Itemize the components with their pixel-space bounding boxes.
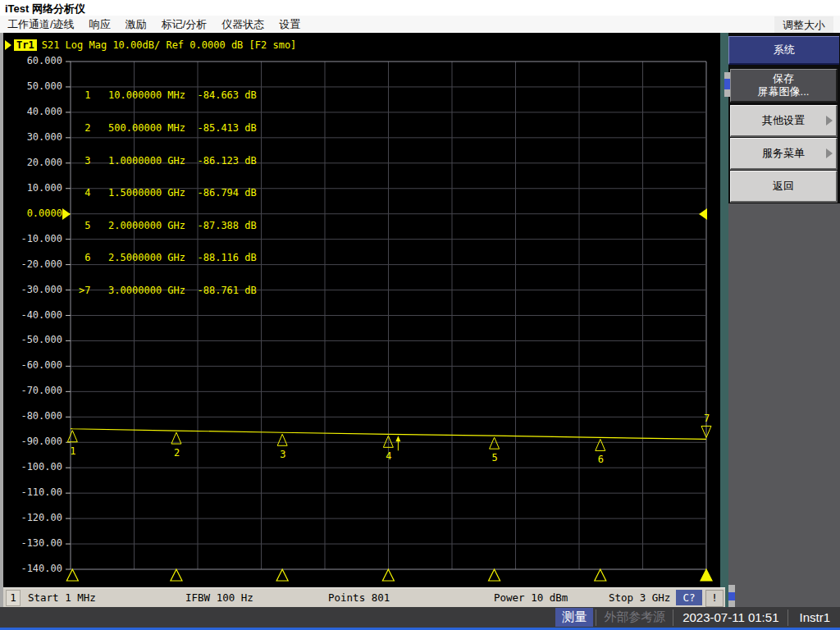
- active-trace-arrow-icon: [5, 40, 11, 50]
- axis-marker-active: [701, 569, 712, 581]
- back-button[interactable]: 返回: [730, 171, 838, 203]
- marker-row: 5 2.0000000 GHz -87.388 dB: [79, 221, 257, 231]
- y-axis-tick-label: 10.000: [0, 182, 62, 194]
- y-axis-tick-label: -40.000: [0, 309, 62, 321]
- source-power: Power 10 dBm: [494, 591, 568, 604]
- taskbar-divider: [788, 609, 788, 626]
- marker-row: 4 1.5000000 GHz -86.794 dB: [79, 188, 257, 199]
- marker-row: 2 500.00000 MHz -85.413 dB: [79, 123, 257, 134]
- menu-channel-trace[interactable]: 工作通道/迹线: [0, 16, 82, 34]
- external-reference-indicator[interactable]: 外部参考源: [597, 608, 672, 627]
- reference-level-arrow-right-icon: [699, 208, 707, 220]
- y-axis-tick-label: -20.000: [0, 258, 62, 270]
- channel-number: 1: [6, 590, 21, 606]
- correction-status-badge: C?: [676, 590, 702, 605]
- y-axis-tick-label: -80.000: [0, 410, 62, 422]
- clock: 2023-07-11 01:51: [674, 609, 787, 626]
- window-right-edge: [720, 33, 728, 607]
- resize-button[interactable]: 调整大小: [774, 16, 833, 34]
- mini-scrollbar[interactable]: [728, 585, 735, 608]
- marker-axis-indicators: [71, 567, 706, 585]
- y-axis-tick-label: -50.000: [0, 334, 62, 345]
- marker-readout-table: 1 10.000000 MHz -84.663 dB 2 500.00000 M…: [79, 69, 257, 318]
- marker-row: 3 1.0000000 GHz -86.123 dB: [79, 156, 257, 167]
- marker-number-label: 5: [492, 452, 498, 463]
- stop-frequency: Stop 3 GHz: [609, 591, 670, 604]
- axis-marker: [489, 569, 500, 581]
- y-axis-tick-label: 50.000: [0, 80, 62, 92]
- channel-status-bar: 1 Start 1 MHz IFBW 100 Hz Points 801 Pow…: [3, 587, 725, 609]
- trace-name-badge[interactable]: Tr1: [14, 39, 37, 51]
- y-axis-tick-label: 60.000: [0, 55, 62, 66]
- mini-scrollbar[interactable]: [724, 72, 730, 97]
- save-screen-image-button[interactable]: 保存 屏幕图像...: [730, 69, 838, 103]
- alert-indicator: !: [705, 590, 724, 607]
- marker-number-label: 1: [70, 445, 75, 457]
- y-axis-tick-label: 30.000: [0, 131, 62, 143]
- y-axis-tick-label: -130.00: [0, 537, 62, 549]
- trace-status-bar: Tr1 S21 Log Mag 10.00dB/ Ref 0.0000 dB […: [5, 39, 296, 52]
- screen: iTest 网络分析仪 工作通道/迹线 响应 激励 标记/分析 仪器状态 设置 …: [0, 0, 840, 630]
- marker-number-label: 7: [704, 413, 710, 424]
- measure-status-badge[interactable]: 测量: [555, 608, 593, 627]
- trace-format-text: S21 Log Mag 10.00dB/ Ref 0.0000 dB [F2 s…: [42, 39, 297, 51]
- service-menu-button[interactable]: 服务菜单: [730, 138, 838, 170]
- menu-marker-analysis[interactable]: 标记/分析: [154, 16, 215, 34]
- scrollbar-thumb[interactable]: [724, 79, 730, 89]
- axis-marker: [276, 569, 288, 581]
- app-title: iTest 网络分析仪: [5, 2, 85, 16]
- scrollbar-thumb[interactable]: [728, 592, 735, 600]
- other-settings-button[interactable]: 其他设置: [730, 105, 838, 137]
- axis-marker: [171, 569, 182, 581]
- softkey-group: 系统 保存 屏幕图像... 其他设置 服务菜单 返回: [728, 33, 840, 203]
- y-axis-tick-label: -60.000: [0, 359, 62, 371]
- instrument-taskbar-button[interactable]: Instr1: [789, 609, 840, 626]
- title-bar: iTest 网络分析仪: [0, 0, 840, 16]
- menu-stimulus[interactable]: 激励: [118, 16, 154, 34]
- submenu-arrow-icon: [826, 148, 833, 158]
- y-axis-tick-label: -100.00: [0, 461, 62, 472]
- marker-row: >7 3.0000000 GHz -88.761 dB: [79, 285, 257, 296]
- marker-number-label: 3: [280, 449, 285, 460]
- marker-number-label: 6: [598, 454, 604, 465]
- back-label: 返回: [773, 179, 794, 194]
- marker-row: 1 10.000000 MHz -84.663 dB: [79, 90, 257, 101]
- taskbar-divider: [673, 609, 673, 626]
- axis-marker: [595, 569, 606, 581]
- start-frequency: Start 1 MHz: [28, 591, 96, 604]
- y-axis-tick-label: -120.00: [0, 512, 62, 523]
- service-menu-label: 服务菜单: [762, 146, 805, 161]
- sweep-points: Points 801: [328, 591, 390, 604]
- save-label-line2: 屏幕图像...: [758, 85, 810, 98]
- softkey-menu-title: 系统: [728, 36, 839, 65]
- y-axis-tick-label: -90.000: [0, 436, 62, 447]
- taskbar-divider: [596, 609, 596, 626]
- vna-display: Tr1 S21 Log Mag 10.00dB/ Ref 0.0000 dB […: [0, 33, 728, 607]
- if-bandwidth: IFBW 100 Hz: [185, 591, 253, 604]
- marker-number-label: 4: [386, 450, 391, 462]
- other-settings-label: 其他设置: [762, 113, 805, 128]
- axis-marker: [66, 569, 78, 581]
- marker-row: 6 2.5000000 GHz -88.116 dB: [79, 253, 257, 263]
- y-axis-tick-label: 20.000: [0, 157, 62, 168]
- y-axis-tick-label: -140.00: [0, 563, 62, 574]
- y-axis-tick-label: -110.00: [0, 486, 62, 498]
- y-axis-tick-label: 0.0000: [0, 208, 62, 219]
- menu-bar: 工作通道/迹线 响应 激励 标记/分析 仪器状态 设置 调整大小: [0, 16, 840, 34]
- menu-settings[interactable]: 设置: [272, 16, 308, 34]
- menu-instrument-state[interactable]: 仪器状态: [214, 16, 272, 34]
- y-axis-tick-label: 40.000: [0, 106, 62, 117]
- save-label-line1: 保存: [773, 72, 794, 85]
- menu-response[interactable]: 响应: [82, 16, 118, 34]
- y-axis-tick-label: -70.000: [0, 385, 62, 396]
- submenu-arrow-icon: [826, 116, 833, 126]
- system-taskbar: 测量 外部参考源 2023-07-11 01:51 Instr1: [0, 607, 840, 630]
- reference-level-arrow-left-icon: [62, 208, 71, 220]
- axis-marker: [382, 569, 394, 581]
- y-axis-tick-label: -30.000: [0, 284, 62, 295]
- softkey-sidebar: 系统 保存 屏幕图像... 其他设置 服务菜单 返回: [728, 33, 840, 607]
- marker-number-label: 2: [174, 447, 180, 459]
- y-axis-tick-label: -10.000: [0, 233, 62, 244]
